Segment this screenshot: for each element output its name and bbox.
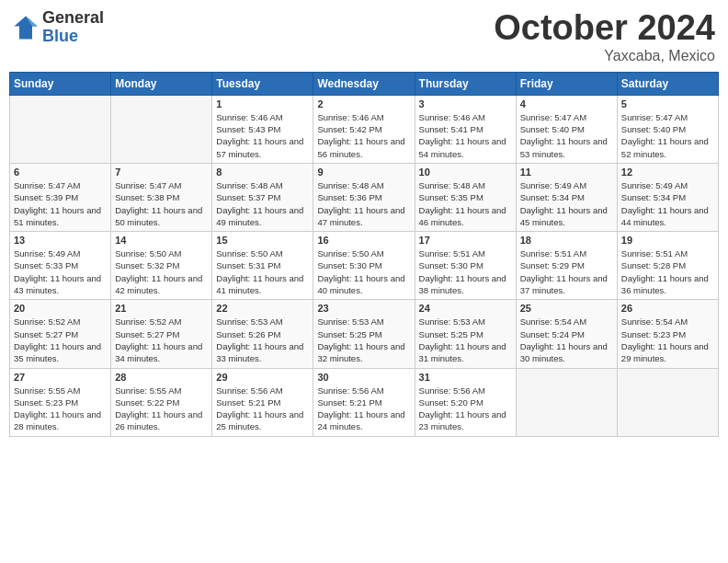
day-cell: 19Sunrise: 5:51 AM Sunset: 5:28 PM Dayli… xyxy=(617,232,718,300)
logo-icon xyxy=(13,15,39,40)
day-info: Sunrise: 5:48 AM Sunset: 5:35 PM Dayligh… xyxy=(419,179,512,228)
day-cell: 30Sunrise: 5:56 AM Sunset: 5:21 PM Dayli… xyxy=(313,368,415,436)
day-number: 20 xyxy=(14,303,107,314)
day-info: Sunrise: 5:46 AM Sunset: 5:41 PM Dayligh… xyxy=(419,111,512,160)
weekday-header-saturday: Saturday xyxy=(617,72,718,95)
day-info: Sunrise: 5:50 AM Sunset: 5:32 PM Dayligh… xyxy=(115,247,208,296)
day-cell xyxy=(516,368,617,436)
day-cell xyxy=(111,95,212,163)
day-number: 19 xyxy=(621,235,714,246)
day-info: Sunrise: 5:47 AM Sunset: 5:39 PM Dayligh… xyxy=(14,179,107,228)
day-info: Sunrise: 5:49 AM Sunset: 5:34 PM Dayligh… xyxy=(520,179,613,228)
day-cell: 13Sunrise: 5:49 AM Sunset: 5:33 PM Dayli… xyxy=(10,232,111,300)
week-row-3: 13Sunrise: 5:49 AM Sunset: 5:33 PM Dayli… xyxy=(10,232,719,300)
weekday-header-monday: Monday xyxy=(111,72,212,95)
weekday-header-sunday: Sunday xyxy=(10,72,111,95)
day-info: Sunrise: 5:47 AM Sunset: 5:40 PM Dayligh… xyxy=(520,111,613,160)
day-cell: 9Sunrise: 5:48 AM Sunset: 5:36 PM Daylig… xyxy=(313,163,415,231)
week-row-1: 1Sunrise: 5:46 AM Sunset: 5:43 PM Daylig… xyxy=(10,95,719,163)
svg-marker-0 xyxy=(14,16,37,39)
logo-blue-text: Blue xyxy=(42,28,104,46)
day-info: Sunrise: 5:54 AM Sunset: 5:23 PM Dayligh… xyxy=(621,316,714,364)
day-number: 21 xyxy=(115,303,208,314)
day-number: 8 xyxy=(216,167,309,178)
week-row-4: 20Sunrise: 5:52 AM Sunset: 5:27 PM Dayli… xyxy=(10,300,719,368)
day-number: 29 xyxy=(216,372,309,383)
day-info: Sunrise: 5:50 AM Sunset: 5:30 PM Dayligh… xyxy=(317,247,410,296)
day-cell: 16Sunrise: 5:50 AM Sunset: 5:30 PM Dayli… xyxy=(313,232,415,300)
day-cell: 17Sunrise: 5:51 AM Sunset: 5:30 PM Dayli… xyxy=(415,232,516,300)
day-info: Sunrise: 5:48 AM Sunset: 5:37 PM Dayligh… xyxy=(216,179,309,228)
day-number: 28 xyxy=(115,372,208,383)
day-number: 15 xyxy=(216,235,309,246)
day-cell: 24Sunrise: 5:53 AM Sunset: 5:25 PM Dayli… xyxy=(415,300,516,368)
logo: General Blue xyxy=(13,9,104,46)
day-info: Sunrise: 5:54 AM Sunset: 5:24 PM Dayligh… xyxy=(520,316,613,364)
day-number: 10 xyxy=(419,167,512,178)
day-cell: 1Sunrise: 5:46 AM Sunset: 5:43 PM Daylig… xyxy=(212,95,313,163)
day-number: 16 xyxy=(317,235,410,246)
day-info: Sunrise: 5:55 AM Sunset: 5:23 PM Dayligh… xyxy=(14,385,107,433)
month-title: October 2024 xyxy=(494,9,715,48)
day-number: 22 xyxy=(216,303,309,314)
day-cell: 11Sunrise: 5:49 AM Sunset: 5:34 PM Dayli… xyxy=(516,163,617,231)
week-row-5: 27Sunrise: 5:55 AM Sunset: 5:23 PM Dayli… xyxy=(10,368,719,436)
location: Yaxcaba, Mexico xyxy=(494,48,715,64)
day-info: Sunrise: 5:53 AM Sunset: 5:25 PM Dayligh… xyxy=(317,316,410,364)
day-number: 2 xyxy=(317,98,410,109)
day-info: Sunrise: 5:51 AM Sunset: 5:30 PM Dayligh… xyxy=(419,247,512,296)
day-cell: 4Sunrise: 5:47 AM Sunset: 5:40 PM Daylig… xyxy=(516,95,617,163)
day-info: Sunrise: 5:50 AM Sunset: 5:31 PM Dayligh… xyxy=(216,247,309,296)
day-cell: 26Sunrise: 5:54 AM Sunset: 5:23 PM Dayli… xyxy=(617,300,718,368)
day-info: Sunrise: 5:52 AM Sunset: 5:27 PM Dayligh… xyxy=(115,316,208,364)
day-info: Sunrise: 5:55 AM Sunset: 5:22 PM Dayligh… xyxy=(115,385,208,433)
weekday-header-tuesday: Tuesday xyxy=(212,72,313,95)
day-number: 26 xyxy=(621,303,714,314)
header: General Blue October 2024 Yaxcaba, Mexic… xyxy=(9,9,719,64)
weekday-header-thursday: Thursday xyxy=(415,72,516,95)
day-number: 17 xyxy=(419,235,512,246)
day-cell: 14Sunrise: 5:50 AM Sunset: 5:32 PM Dayli… xyxy=(111,232,212,300)
day-info: Sunrise: 5:53 AM Sunset: 5:25 PM Dayligh… xyxy=(419,316,512,364)
day-number: 30 xyxy=(317,372,410,383)
day-number: 27 xyxy=(14,372,107,383)
day-cell: 23Sunrise: 5:53 AM Sunset: 5:25 PM Dayli… xyxy=(313,300,415,368)
day-cell: 20Sunrise: 5:52 AM Sunset: 5:27 PM Dayli… xyxy=(10,300,111,368)
day-number: 23 xyxy=(317,303,410,314)
day-info: Sunrise: 5:51 AM Sunset: 5:29 PM Dayligh… xyxy=(520,247,613,296)
day-info: Sunrise: 5:46 AM Sunset: 5:42 PM Dayligh… xyxy=(317,111,410,160)
day-cell: 5Sunrise: 5:47 AM Sunset: 5:40 PM Daylig… xyxy=(617,95,718,163)
day-number: 7 xyxy=(115,167,208,178)
day-number: 5 xyxy=(621,98,714,109)
day-cell: 28Sunrise: 5:55 AM Sunset: 5:22 PM Dayli… xyxy=(111,368,212,436)
week-row-2: 6Sunrise: 5:47 AM Sunset: 5:39 PM Daylig… xyxy=(10,163,719,231)
day-cell: 8Sunrise: 5:48 AM Sunset: 5:37 PM Daylig… xyxy=(212,163,313,231)
day-info: Sunrise: 5:56 AM Sunset: 5:21 PM Dayligh… xyxy=(216,385,309,433)
day-info: Sunrise: 5:48 AM Sunset: 5:36 PM Dayligh… xyxy=(317,179,410,228)
day-info: Sunrise: 5:47 AM Sunset: 5:40 PM Dayligh… xyxy=(621,111,714,160)
day-cell xyxy=(617,368,718,436)
day-info: Sunrise: 5:56 AM Sunset: 5:20 PM Dayligh… xyxy=(419,385,512,433)
day-cell: 6Sunrise: 5:47 AM Sunset: 5:39 PM Daylig… xyxy=(10,163,111,231)
day-cell: 27Sunrise: 5:55 AM Sunset: 5:23 PM Dayli… xyxy=(10,368,111,436)
day-info: Sunrise: 5:56 AM Sunset: 5:21 PM Dayligh… xyxy=(317,385,410,433)
day-cell: 22Sunrise: 5:53 AM Sunset: 5:26 PM Dayli… xyxy=(212,300,313,368)
day-number: 11 xyxy=(520,167,613,178)
day-cell: 2Sunrise: 5:46 AM Sunset: 5:42 PM Daylig… xyxy=(313,95,415,163)
day-cell: 31Sunrise: 5:56 AM Sunset: 5:20 PM Dayli… xyxy=(415,368,516,436)
day-cell: 29Sunrise: 5:56 AM Sunset: 5:21 PM Dayli… xyxy=(212,368,313,436)
day-number: 25 xyxy=(520,303,613,314)
day-cell: 25Sunrise: 5:54 AM Sunset: 5:24 PM Dayli… xyxy=(516,300,617,368)
day-number: 18 xyxy=(520,235,613,246)
day-number: 3 xyxy=(419,98,512,109)
day-number: 1 xyxy=(216,98,309,109)
day-cell: 18Sunrise: 5:51 AM Sunset: 5:29 PM Dayli… xyxy=(516,232,617,300)
day-info: Sunrise: 5:52 AM Sunset: 5:27 PM Dayligh… xyxy=(14,316,107,364)
day-cell xyxy=(10,95,111,163)
day-cell: 7Sunrise: 5:47 AM Sunset: 5:38 PM Daylig… xyxy=(111,163,212,231)
logo-general-text: General xyxy=(42,9,104,28)
day-number: 14 xyxy=(115,235,208,246)
day-info: Sunrise: 5:47 AM Sunset: 5:38 PM Dayligh… xyxy=(115,179,208,228)
day-number: 13 xyxy=(14,235,107,246)
day-cell: 3Sunrise: 5:46 AM Sunset: 5:41 PM Daylig… xyxy=(415,95,516,163)
